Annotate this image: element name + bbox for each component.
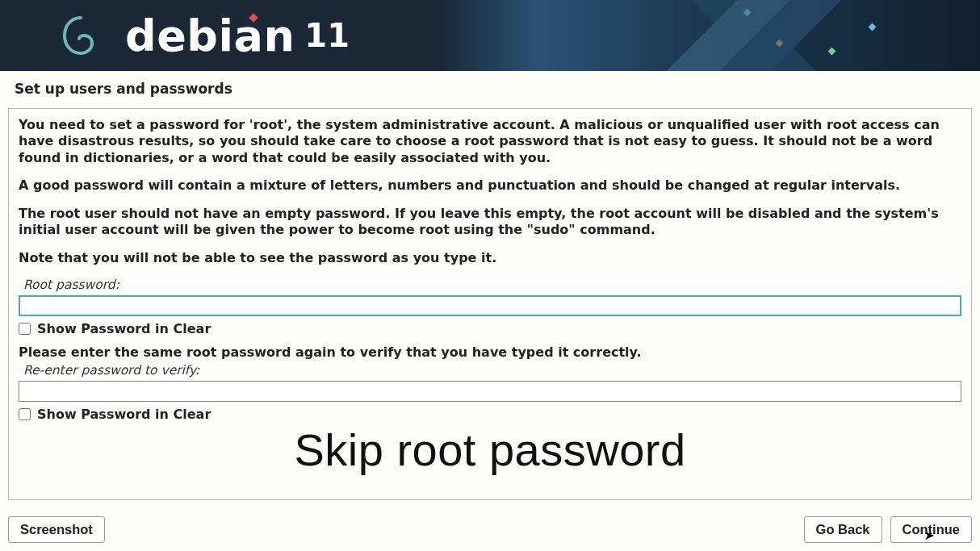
root-password-label: Root password: [23, 278, 961, 292]
debian-swirl-icon [57, 11, 105, 60]
decor-icon [869, 23, 877, 31]
show-password-1-checkbox[interactable] [19, 323, 31, 335]
button-bar: Screenshot Go Back Continue [8, 516, 972, 543]
verify-password-label: Re-enter password to verify: [23, 363, 961, 378]
show-password-2-checkbox[interactable] [19, 408, 31, 420]
root-password-input[interactable] [19, 295, 961, 316]
decor-icon [743, 9, 752, 17]
instruction-paragraph: You need to set a password for 'root', t… [19, 117, 961, 166]
decor-icon [776, 40, 784, 48]
overlay-caption: Skip root password [9, 424, 971, 476]
installer-header: debian 11 [0, 0, 980, 71]
verify-password-input[interactable] [19, 381, 961, 402]
go-back-button[interactable]: Go Back [804, 516, 882, 543]
show-password-1-label: Show Password in Clear [37, 321, 211, 336]
instruction-paragraph: Note that you will not be able to see th… [19, 250, 961, 266]
instruction-paragraph: The root user should not have an empty p… [19, 206, 961, 239]
show-password-2-label: Show Password in Clear [37, 407, 211, 422]
brand-name: debian [125, 10, 295, 61]
decor-icon [828, 48, 836, 56]
instruction-paragraph: A good password will contain a mixture o… [19, 177, 961, 194]
verify-instruction: Please enter the same root password agai… [19, 344, 961, 360]
continue-button[interactable]: Continue [890, 516, 973, 543]
brand-version: 11 [304, 17, 350, 54]
page-title: Set up users and passwords [0, 71, 980, 103]
content-frame: You need to set a password for 'root', t… [8, 108, 972, 500]
screenshot-button[interactable]: Screenshot [8, 516, 105, 543]
